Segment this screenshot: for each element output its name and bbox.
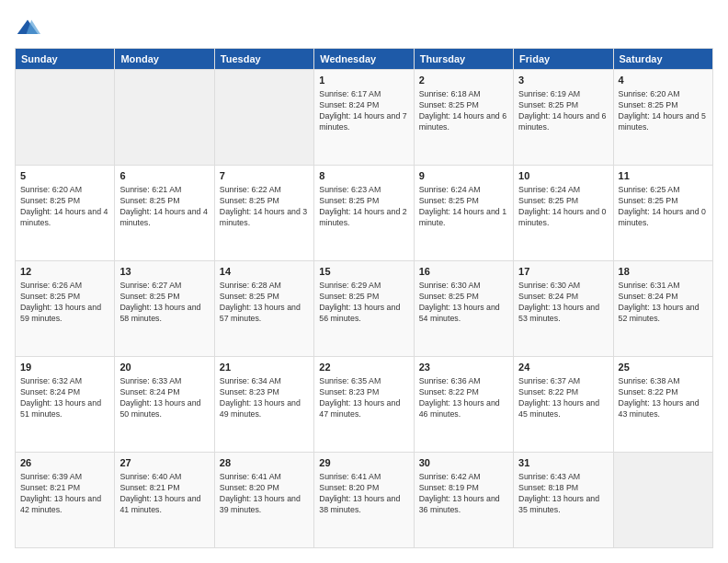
day-number: 17 [518, 265, 608, 279]
col-wednesday: Wednesday [314, 49, 414, 70]
day-content: Sunrise: 6:19 AM Sunset: 8:25 PM Dayligh… [518, 89, 608, 133]
calendar-cell: 4Sunrise: 6:20 AM Sunset: 8:25 PM Daylig… [613, 70, 712, 166]
day-content: Sunrise: 6:20 AM Sunset: 8:25 PM Dayligh… [619, 89, 708, 133]
calendar-week-4: 19Sunrise: 6:32 AM Sunset: 8:24 PM Dayli… [16, 357, 713, 453]
day-content: Sunrise: 6:22 AM Sunset: 8:25 PM Dayligh… [220, 185, 309, 229]
calendar-cell: 20Sunrise: 6:33 AM Sunset: 8:24 PM Dayli… [115, 357, 214, 453]
calendar-cell: 21Sunrise: 6:34 AM Sunset: 8:23 PM Dayli… [214, 357, 313, 453]
logo [15, 15, 42, 40]
col-friday: Friday [514, 49, 613, 70]
day-content: Sunrise: 6:36 AM Sunset: 8:22 PM Dayligh… [419, 376, 508, 420]
logo-icon [15, 15, 40, 40]
calendar-cell: 30Sunrise: 6:42 AM Sunset: 8:19 PM Dayli… [414, 453, 513, 548]
day-number: 20 [119, 361, 209, 374]
day-number: 7 [220, 169, 309, 183]
day-number: 24 [518, 361, 608, 374]
day-content: Sunrise: 6:30 AM Sunset: 8:25 PM Dayligh… [419, 281, 508, 325]
calendar-cell: 11Sunrise: 6:25 AM Sunset: 8:25 PM Dayli… [613, 166, 712, 261]
calendar-cell [16, 70, 115, 166]
day-content: Sunrise: 6:27 AM Sunset: 8:25 PM Dayligh… [119, 281, 209, 325]
calendar-cell: 17Sunrise: 6:30 AM Sunset: 8:24 PM Dayli… [514, 261, 613, 357]
calendar-week-5: 26Sunrise: 6:39 AM Sunset: 8:21 PM Dayli… [16, 453, 713, 548]
calendar-cell [214, 70, 313, 166]
day-content: Sunrise: 6:28 AM Sunset: 8:25 PM Dayligh… [220, 281, 309, 325]
col-saturday: Saturday [613, 49, 712, 70]
day-number: 8 [319, 169, 408, 183]
calendar-cell: 7Sunrise: 6:22 AM Sunset: 8:25 PM Daylig… [214, 166, 313, 261]
page: Sunday Monday Tuesday Wednesday Thursday… [0, 0, 728, 563]
day-content: Sunrise: 6:20 AM Sunset: 8:25 PM Dayligh… [20, 185, 109, 229]
day-number: 18 [619, 265, 708, 279]
day-content: Sunrise: 6:33 AM Sunset: 8:24 PM Dayligh… [119, 376, 209, 420]
calendar-cell: 10Sunrise: 6:24 AM Sunset: 8:25 PM Dayli… [514, 166, 613, 261]
calendar-cell: 2Sunrise: 6:18 AM Sunset: 8:25 PM Daylig… [414, 70, 513, 166]
calendar-cell: 16Sunrise: 6:30 AM Sunset: 8:25 PM Dayli… [414, 261, 513, 357]
day-content: Sunrise: 6:43 AM Sunset: 8:18 PM Dayligh… [518, 472, 608, 516]
day-content: Sunrise: 6:30 AM Sunset: 8:24 PM Dayligh… [518, 281, 608, 325]
calendar-cell [613, 453, 712, 548]
day-number: 15 [319, 265, 408, 279]
calendar-cell: 25Sunrise: 6:38 AM Sunset: 8:22 PM Dayli… [613, 357, 712, 453]
calendar-cell: 9Sunrise: 6:24 AM Sunset: 8:25 PM Daylig… [414, 166, 513, 261]
day-number: 29 [319, 456, 408, 470]
day-number: 6 [119, 169, 209, 183]
calendar-cell: 6Sunrise: 6:21 AM Sunset: 8:25 PM Daylig… [115, 166, 214, 261]
day-number: 5 [20, 169, 109, 183]
calendar-cell: 12Sunrise: 6:26 AM Sunset: 8:25 PM Dayli… [16, 261, 115, 357]
day-content: Sunrise: 6:34 AM Sunset: 8:23 PM Dayligh… [220, 376, 309, 420]
calendar-cell: 31Sunrise: 6:43 AM Sunset: 8:18 PM Dayli… [514, 453, 613, 548]
header-row: Sunday Monday Tuesday Wednesday Thursday… [16, 49, 713, 70]
day-content: Sunrise: 6:38 AM Sunset: 8:22 PM Dayligh… [619, 376, 708, 420]
day-number: 2 [419, 74, 508, 87]
col-tuesday: Tuesday [214, 49, 313, 70]
day-number: 3 [518, 74, 608, 87]
day-content: Sunrise: 6:24 AM Sunset: 8:25 PM Dayligh… [518, 185, 608, 229]
calendar-cell: 18Sunrise: 6:31 AM Sunset: 8:24 PM Dayli… [613, 261, 712, 357]
day-content: Sunrise: 6:17 AM Sunset: 8:24 PM Dayligh… [319, 89, 408, 133]
calendar-cell: 26Sunrise: 6:39 AM Sunset: 8:21 PM Dayli… [16, 453, 115, 548]
day-number: 19 [20, 361, 109, 374]
day-number: 13 [119, 265, 209, 279]
day-number: 10 [518, 169, 608, 183]
day-number: 1 [319, 74, 408, 87]
day-content: Sunrise: 6:26 AM Sunset: 8:25 PM Dayligh… [20, 281, 109, 325]
calendar-cell: 27Sunrise: 6:40 AM Sunset: 8:21 PM Dayli… [115, 453, 214, 548]
calendar-cell: 14Sunrise: 6:28 AM Sunset: 8:25 PM Dayli… [214, 261, 313, 357]
day-number: 30 [419, 456, 508, 470]
day-number: 21 [220, 361, 309, 374]
day-content: Sunrise: 6:42 AM Sunset: 8:19 PM Dayligh… [419, 472, 508, 516]
calendar-cell: 3Sunrise: 6:19 AM Sunset: 8:25 PM Daylig… [514, 70, 613, 166]
day-content: Sunrise: 6:41 AM Sunset: 8:20 PM Dayligh… [220, 472, 309, 516]
day-number: 31 [518, 456, 608, 470]
day-content: Sunrise: 6:21 AM Sunset: 8:25 PM Dayligh… [119, 185, 209, 229]
calendar-cell: 24Sunrise: 6:37 AM Sunset: 8:22 PM Dayli… [514, 357, 613, 453]
day-number: 26 [20, 456, 109, 470]
day-number: 12 [20, 265, 109, 279]
calendar-week-1: 1Sunrise: 6:17 AM Sunset: 8:24 PM Daylig… [16, 70, 713, 166]
col-sunday: Sunday [16, 49, 115, 70]
day-content: Sunrise: 6:24 AM Sunset: 8:25 PM Dayligh… [419, 185, 508, 229]
day-content: Sunrise: 6:41 AM Sunset: 8:20 PM Dayligh… [319, 472, 408, 516]
calendar-cell: 8Sunrise: 6:23 AM Sunset: 8:25 PM Daylig… [314, 166, 414, 261]
day-number: 11 [619, 169, 708, 183]
calendar-cell: 15Sunrise: 6:29 AM Sunset: 8:25 PM Dayli… [314, 261, 414, 357]
day-content: Sunrise: 6:31 AM Sunset: 8:24 PM Dayligh… [619, 281, 708, 325]
day-number: 14 [220, 265, 309, 279]
calendar-cell: 22Sunrise: 6:35 AM Sunset: 8:23 PM Dayli… [314, 357, 414, 453]
calendar-week-2: 5Sunrise: 6:20 AM Sunset: 8:25 PM Daylig… [16, 166, 713, 261]
day-content: Sunrise: 6:39 AM Sunset: 8:21 PM Dayligh… [20, 472, 109, 516]
calendar-table: Sunday Monday Tuesday Wednesday Thursday… [15, 48, 713, 548]
day-content: Sunrise: 6:37 AM Sunset: 8:22 PM Dayligh… [518, 376, 608, 420]
calendar-cell: 29Sunrise: 6:41 AM Sunset: 8:20 PM Dayli… [314, 453, 414, 548]
day-number: 28 [220, 456, 309, 470]
col-thursday: Thursday [414, 49, 513, 70]
day-content: Sunrise: 6:23 AM Sunset: 8:25 PM Dayligh… [319, 185, 408, 229]
calendar-week-3: 12Sunrise: 6:26 AM Sunset: 8:25 PM Dayli… [16, 261, 713, 357]
calendar-cell: 1Sunrise: 6:17 AM Sunset: 8:24 PM Daylig… [314, 70, 414, 166]
day-number: 4 [619, 74, 708, 87]
calendar-cell: 19Sunrise: 6:32 AM Sunset: 8:24 PM Dayli… [16, 357, 115, 453]
calendar-cell: 23Sunrise: 6:36 AM Sunset: 8:22 PM Dayli… [414, 357, 513, 453]
day-number: 16 [419, 265, 508, 279]
calendar-cell: 13Sunrise: 6:27 AM Sunset: 8:25 PM Dayli… [115, 261, 214, 357]
calendar-cell: 5Sunrise: 6:20 AM Sunset: 8:25 PM Daylig… [16, 166, 115, 261]
